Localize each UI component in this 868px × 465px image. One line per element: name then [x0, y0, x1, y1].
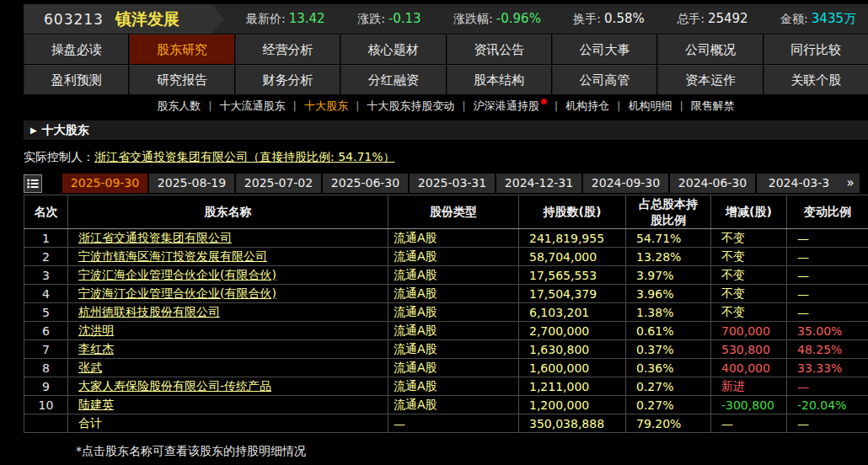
- date-tab[interactable]: 2025-06-30: [323, 174, 408, 193]
- shareholder-link[interactable]: 宁波市镇海区海汀投资发展有限公司: [78, 249, 267, 263]
- controller-holding-pct: （直接持股比例: 54.71%）: [248, 150, 395, 165]
- shareholder-link[interactable]: 杭州德联科技股份有限公司: [78, 305, 220, 318]
- nav-tab[interactable]: 资讯公告: [447, 35, 551, 64]
- date-tab[interactable]: 2025-08-19: [149, 174, 234, 193]
- subnav-item-top10-float[interactable]: 十大流通股东: [220, 99, 286, 114]
- quote-field-change: 涨跌:-0.13: [357, 11, 421, 27]
- date-list-button[interactable]: [24, 174, 42, 193]
- quote-field-last-price: 最新价:13.42: [246, 11, 325, 27]
- col-shares-held: 持股数(股): [519, 195, 626, 229]
- stock-code: 603213: [44, 11, 104, 28]
- report-date-bar: 2025-09-30 2025-08-19 2025-07-02 2025-06…: [24, 174, 868, 193]
- table-total-row: 合计 — 350,038,888 79.20% — —: [24, 414, 868, 433]
- total-label: 合计: [68, 414, 388, 433]
- table-row: 1 浙江省交通投资集团有限公司 流通A股 241,819,955 54.71% …: [24, 229, 868, 248]
- date-tab[interactable]: 2024-09-30: [583, 174, 668, 193]
- list-icon: [27, 179, 39, 189]
- subnav-item-top10-holders[interactable]: 十大股东: [304, 99, 348, 114]
- date-tab[interactable]: 2025-03-31: [410, 174, 495, 193]
- nav-tab[interactable]: 经营分析: [235, 35, 340, 64]
- quote-bar: 603213 镇洋发展 最新价:13.42 涨跌:-0.13 涨跌幅:-0.96…: [24, 4, 868, 34]
- nav-tab[interactable]: 操盘必读: [24, 35, 128, 64]
- shareholder-link[interactable]: 李红杰: [78, 342, 114, 355]
- col-change-shares: 增减(股): [711, 195, 787, 229]
- nav-tab[interactable]: 公司大事: [552, 35, 656, 64]
- nav-tab[interactable]: 同行比较: [764, 35, 868, 64]
- main-nav: 操盘必读 股东研究 经营分析 核心题材 资讯公告 公司大事 公司概况 同行比较 …: [24, 35, 868, 94]
- controller-label: 实际控制人：: [24, 150, 94, 165]
- shareholder-link[interactable]: 沈洪明: [78, 323, 114, 337]
- quote-field-amount: 金额:3435万: [780, 11, 856, 27]
- subnav-item-inst-detail[interactable]: 机构明细: [628, 99, 672, 114]
- table-row: 3 宁波汇海企业管理合伙企业(有限合伙) 流通A股 17,565,553 3.9…: [24, 266, 868, 285]
- red-dot-badge: [541, 99, 547, 104]
- controller-company-link[interactable]: 浙江省交通投资集团有限公司: [94, 150, 248, 165]
- stock-title-block: 603213 镇洋发展: [24, 4, 224, 34]
- actual-controller-line: 实际控制人： 浙江省交通投资集团有限公司 （直接持股比例: 54.71%）: [24, 148, 868, 167]
- date-tab[interactable]: 2024-06-30: [670, 174, 755, 193]
- shareholder-link[interactable]: 浙江省交通投资集团有限公司: [78, 231, 232, 244]
- date-tab[interactable]: 2025-09-30: [62, 174, 147, 193]
- subnav-item-holder-changes[interactable]: 十大股东持股变动: [367, 99, 454, 114]
- col-change-pct: 变动比例: [787, 195, 868, 229]
- stock-page: 603213 镇洋发展 最新价:13.42 涨跌:-0.13 涨跌幅:-0.96…: [24, 4, 868, 459]
- nav-tab[interactable]: 股本结构: [447, 65, 551, 94]
- nav-tab[interactable]: 关联个股: [764, 65, 868, 94]
- nav-tab-active[interactable]: 股东研究: [129, 35, 233, 64]
- section-bar: ▶ 十大股东: [24, 120, 868, 140]
- shareholder-link[interactable]: 大家人寿保险股份有限公司-传统产品: [78, 379, 271, 393]
- quote-field-turnover: 换手:0.58%: [573, 11, 644, 27]
- shareholder-link[interactable]: 宁波海汀企业管理合伙企业(有限合伙): [78, 286, 276, 300]
- nav-tab[interactable]: 公司高管: [552, 65, 656, 94]
- nav-tab[interactable]: 盈利预测: [24, 65, 128, 94]
- col-rank: 名次: [24, 195, 68, 229]
- quote-field-change-pct: 涨跌幅:-0.96%: [453, 11, 541, 27]
- table-footnote: *点击股东名称可查看该股东的持股明细情况: [76, 444, 868, 459]
- table-row: 2 宁波市镇海区海汀投资发展有限公司 流通A股 58,704,000 13.28…: [24, 248, 868, 266]
- col-pct-of-total: 占总股本持股比例: [626, 195, 711, 229]
- nav-tab[interactable]: 分红融资: [340, 65, 445, 94]
- table-row: 6 沈洪明 流通A股 2,700,000 0.61% 700,000 35.00…: [24, 322, 868, 340]
- triangle-icon: ▶: [30, 126, 37, 135]
- col-holder-name: 股东名称: [68, 195, 388, 229]
- table-header-row: 名次 股东名称 股份类型 持股数(股) 占总股本持股比例 增减(股) 变动比例: [24, 195, 868, 229]
- nav-tab[interactable]: 资本运作: [657, 65, 762, 94]
- subnav-item-hk-connect[interactable]: 沪深港通持股: [474, 99, 547, 114]
- table-row: 9 大家人寿保险股份有限公司-传统产品 流通A股 1,211,000 0.27%…: [24, 377, 868, 396]
- section-title: 十大股东: [42, 123, 89, 138]
- quote-field-volume: 总手:25492: [677, 11, 747, 27]
- table-row: 7 李红杰 流通A股 1,630,800 0.37% 530,800 48.25…: [24, 340, 868, 359]
- table-row: 8 张武 流通A股 1,600,000 0.36% 400,000 33.33%: [24, 359, 868, 377]
- col-share-type: 股份类型: [388, 195, 519, 229]
- table-row: 4 宁波海汀企业管理合伙企业(有限合伙) 流通A股 17,504,379 3.9…: [24, 285, 868, 303]
- table-row: 10 陆建英 流通A股 1,200,000 0.27% -300,800 -20…: [24, 396, 868, 414]
- shareholder-link[interactable]: 陆建英: [78, 398, 114, 411]
- subnav-item-lockup-release[interactable]: 限售解禁: [691, 99, 735, 114]
- quote-fields: 最新价:13.42 涨跌:-0.13 涨跌幅:-0.96% 换手:0.58% 总…: [224, 4, 868, 34]
- stock-name: 镇洋发展: [115, 8, 179, 30]
- subnav-item-inst-positions[interactable]: 机构持仓: [565, 99, 609, 114]
- date-tab[interactable]: 2025-07-02: [236, 174, 321, 193]
- table-row: 5 杭州德联科技股份有限公司 流通A股 6,103,201 1.38% 不变 —: [24, 303, 868, 322]
- subnav-item-holder-count[interactable]: 股东人数: [157, 99, 201, 114]
- top10-shareholders-table: 名次 股东名称 股份类型 持股数(股) 占总股本持股比例 增减(股) 变动比例 …: [24, 195, 868, 433]
- shareholder-link[interactable]: 张武: [78, 361, 102, 374]
- date-tab[interactable]: 2024-03-3: [757, 174, 841, 193]
- nav-tab[interactable]: 核心题材: [340, 35, 445, 64]
- nav-tab[interactable]: 研究报告: [129, 65, 233, 94]
- more-dates-button[interactable]: »: [841, 174, 860, 193]
- nav-tab[interactable]: 公司概况: [657, 35, 762, 64]
- shareholder-subnav: 股东人数 | 十大流通股东 | 十大股东 | 十大股东持股变动 | 沪深港通持股…: [24, 94, 868, 117]
- nav-tab[interactable]: 财务分析: [235, 65, 340, 94]
- shareholder-link[interactable]: 宁波汇海企业管理合伙企业(有限合伙): [78, 268, 276, 281]
- date-tab[interactable]: 2024-12-31: [496, 174, 581, 193]
